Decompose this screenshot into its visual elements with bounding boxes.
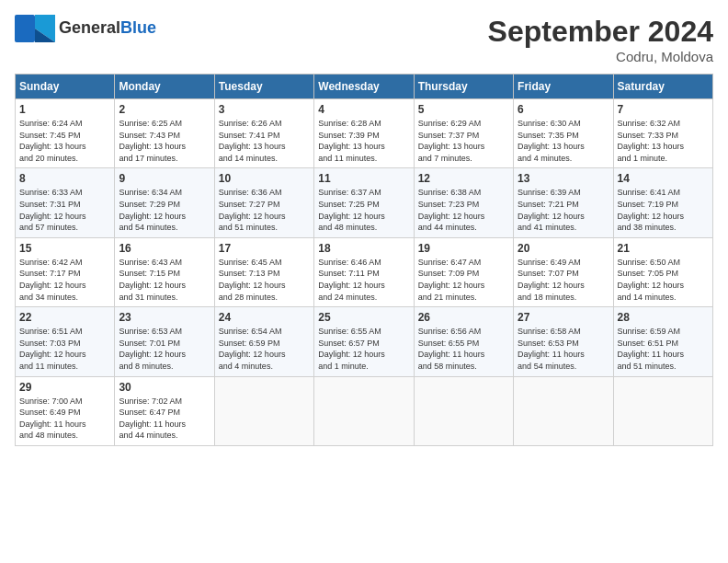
day-number: 16 xyxy=(119,242,210,255)
calendar-cell xyxy=(214,376,313,445)
calendar-cell: 10Sunrise: 6:36 AM Sunset: 7:27 PM Dayli… xyxy=(214,168,313,237)
day-of-week-header: Wednesday xyxy=(314,75,414,99)
calendar-cell: 24Sunrise: 6:54 AM Sunset: 6:59 PM Dayli… xyxy=(214,307,313,376)
day-of-week-header: Saturday xyxy=(613,75,712,99)
calendar-cell: 4Sunrise: 6:28 AM Sunset: 7:39 PM Daylig… xyxy=(314,99,414,168)
day-number: 12 xyxy=(418,172,509,185)
calendar-cell xyxy=(414,376,513,445)
calendar-cell: 26Sunrise: 6:56 AM Sunset: 6:55 PM Dayli… xyxy=(414,307,513,376)
calendar-cell: 11Sunrise: 6:37 AM Sunset: 7:25 PM Dayli… xyxy=(314,168,414,237)
day-number: 9 xyxy=(119,172,210,185)
calendar-cell: 12Sunrise: 6:38 AM Sunset: 7:23 PM Dayli… xyxy=(414,168,513,237)
calendar-cell: 21Sunrise: 6:50 AM Sunset: 7:05 PM Dayli… xyxy=(613,237,712,306)
calendar-cell: 15Sunrise: 6:42 AM Sunset: 7:17 PM Dayli… xyxy=(16,237,115,306)
day-number: 2 xyxy=(119,103,210,116)
day-info: Sunrise: 6:58 AM Sunset: 6:53 PM Dayligh… xyxy=(518,326,609,372)
calendar-cell: 7Sunrise: 6:32 AM Sunset: 7:33 PM Daylig… xyxy=(613,99,712,168)
month-title: September 2024 xyxy=(488,15,713,49)
day-number: 13 xyxy=(518,172,609,185)
logo: GeneralBlue xyxy=(15,15,156,42)
svg-rect-0 xyxy=(15,15,35,42)
calendar-cell: 22Sunrise: 6:51 AM Sunset: 7:03 PM Dayli… xyxy=(16,307,115,376)
page: GeneralBlue September 2024 Codru, Moldov… xyxy=(0,0,728,563)
calendar-cell: 27Sunrise: 6:58 AM Sunset: 6:53 PM Dayli… xyxy=(514,307,613,376)
day-number: 29 xyxy=(19,381,110,394)
calendar-cell: 30Sunrise: 7:02 AM Sunset: 6:47 PM Dayli… xyxy=(115,376,214,445)
day-number: 26 xyxy=(418,311,509,324)
calendar-cell: 17Sunrise: 6:45 AM Sunset: 7:13 PM Dayli… xyxy=(214,237,313,306)
day-info: Sunrise: 6:36 AM Sunset: 7:27 PM Dayligh… xyxy=(219,187,310,233)
day-number: 21 xyxy=(618,242,709,255)
logo-text: GeneralBlue xyxy=(59,18,156,37)
day-info: Sunrise: 6:54 AM Sunset: 6:59 PM Dayligh… xyxy=(219,326,310,372)
calendar-cell: 19Sunrise: 6:47 AM Sunset: 7:09 PM Dayli… xyxy=(414,237,513,306)
day-info: Sunrise: 6:59 AM Sunset: 6:51 PM Dayligh… xyxy=(618,326,709,372)
day-number: 1 xyxy=(19,103,110,116)
day-info: Sunrise: 6:24 AM Sunset: 7:45 PM Dayligh… xyxy=(19,118,110,164)
day-of-week-header: Thursday xyxy=(414,75,513,99)
day-info: Sunrise: 6:39 AM Sunset: 7:21 PM Dayligh… xyxy=(518,187,609,233)
calendar-cell: 29Sunrise: 7:00 AM Sunset: 6:49 PM Dayli… xyxy=(16,376,115,445)
calendar-cell: 5Sunrise: 6:29 AM Sunset: 7:37 PM Daylig… xyxy=(414,99,513,168)
day-info: Sunrise: 6:28 AM Sunset: 7:39 PM Dayligh… xyxy=(318,118,409,164)
day-number: 11 xyxy=(318,172,409,185)
day-number: 5 xyxy=(418,103,509,116)
calendar-cell xyxy=(613,376,712,445)
calendar-cell: 18Sunrise: 6:46 AM Sunset: 7:11 PM Dayli… xyxy=(314,237,414,306)
day-number: 28 xyxy=(618,311,709,324)
day-number: 17 xyxy=(219,242,310,255)
day-info: Sunrise: 6:56 AM Sunset: 6:55 PM Dayligh… xyxy=(418,326,509,372)
day-info: Sunrise: 6:45 AM Sunset: 7:13 PM Dayligh… xyxy=(219,257,310,303)
day-info: Sunrise: 6:37 AM Sunset: 7:25 PM Dayligh… xyxy=(318,187,409,233)
day-number: 3 xyxy=(219,103,310,116)
day-info: Sunrise: 6:50 AM Sunset: 7:05 PM Dayligh… xyxy=(618,257,709,303)
day-info: Sunrise: 7:02 AM Sunset: 6:47 PM Dayligh… xyxy=(119,396,210,442)
calendar-cell: 14Sunrise: 6:41 AM Sunset: 7:19 PM Dayli… xyxy=(613,168,712,237)
day-number: 30 xyxy=(119,381,210,394)
day-number: 24 xyxy=(219,311,310,324)
day-info: Sunrise: 6:25 AM Sunset: 7:43 PM Dayligh… xyxy=(119,118,210,164)
day-number: 7 xyxy=(618,103,709,116)
day-info: Sunrise: 6:47 AM Sunset: 7:09 PM Dayligh… xyxy=(418,257,509,303)
calendar-cell: 8Sunrise: 6:33 AM Sunset: 7:31 PM Daylig… xyxy=(16,168,115,237)
day-info: Sunrise: 6:32 AM Sunset: 7:33 PM Dayligh… xyxy=(618,118,709,164)
calendar-cell: 23Sunrise: 6:53 AM Sunset: 7:01 PM Dayli… xyxy=(115,307,214,376)
calendar-cell: 28Sunrise: 6:59 AM Sunset: 6:51 PM Dayli… xyxy=(613,307,712,376)
calendar-cell: 13Sunrise: 6:39 AM Sunset: 7:21 PM Dayli… xyxy=(514,168,613,237)
logo-icon xyxy=(15,15,55,42)
day-number: 23 xyxy=(119,311,210,324)
calendar-cell xyxy=(314,376,414,445)
day-number: 20 xyxy=(518,242,609,255)
day-info: Sunrise: 6:33 AM Sunset: 7:31 PM Dayligh… xyxy=(19,187,110,233)
location: Codru, Moldova xyxy=(488,49,713,64)
day-number: 15 xyxy=(19,242,110,255)
day-of-week-header: Monday xyxy=(115,75,214,99)
day-info: Sunrise: 6:42 AM Sunset: 7:17 PM Dayligh… xyxy=(19,257,110,303)
day-of-week-header: Tuesday xyxy=(214,75,313,99)
day-number: 14 xyxy=(618,172,709,185)
day-info: Sunrise: 6:43 AM Sunset: 7:15 PM Dayligh… xyxy=(119,257,210,303)
calendar-table: SundayMondayTuesdayWednesdayThursdayFrid… xyxy=(15,74,713,446)
calendar-cell: 9Sunrise: 6:34 AM Sunset: 7:29 PM Daylig… xyxy=(115,168,214,237)
day-info: Sunrise: 7:00 AM Sunset: 6:49 PM Dayligh… xyxy=(19,396,110,442)
day-info: Sunrise: 6:51 AM Sunset: 7:03 PM Dayligh… xyxy=(19,326,110,372)
calendar-cell: 2Sunrise: 6:25 AM Sunset: 7:43 PM Daylig… xyxy=(115,99,214,168)
day-number: 22 xyxy=(19,311,110,324)
title-block: September 2024 Codru, Moldova xyxy=(488,15,713,64)
day-number: 19 xyxy=(418,242,509,255)
day-number: 8 xyxy=(19,172,110,185)
day-info: Sunrise: 6:34 AM Sunset: 7:29 PM Dayligh… xyxy=(119,187,210,233)
day-number: 27 xyxy=(518,311,609,324)
day-info: Sunrise: 6:41 AM Sunset: 7:19 PM Dayligh… xyxy=(618,187,709,233)
day-number: 10 xyxy=(219,172,310,185)
day-number: 6 xyxy=(518,103,609,116)
header: GeneralBlue September 2024 Codru, Moldov… xyxy=(15,15,713,64)
day-number: 4 xyxy=(318,103,409,116)
calendar-cell xyxy=(514,376,613,445)
day-of-week-header: Friday xyxy=(514,75,613,99)
day-info: Sunrise: 6:30 AM Sunset: 7:35 PM Dayligh… xyxy=(518,118,609,164)
calendar-cell: 6Sunrise: 6:30 AM Sunset: 7:35 PM Daylig… xyxy=(514,99,613,168)
day-info: Sunrise: 6:55 AM Sunset: 6:57 PM Dayligh… xyxy=(318,326,409,372)
day-info: Sunrise: 6:26 AM Sunset: 7:41 PM Dayligh… xyxy=(219,118,310,164)
calendar-cell: 16Sunrise: 6:43 AM Sunset: 7:15 PM Dayli… xyxy=(115,237,214,306)
